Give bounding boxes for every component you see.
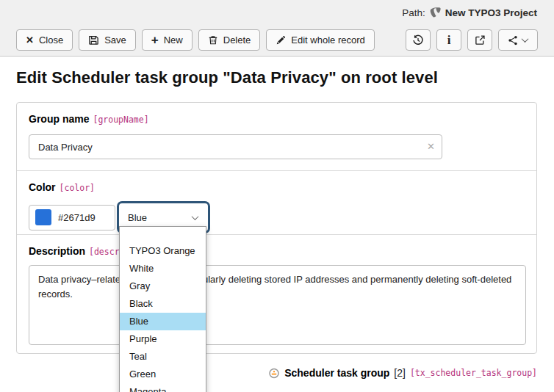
record-info-line: Scheduler task group [2] [tx_scheduler_t… — [268, 367, 537, 379]
info-button[interactable]: i — [436, 29, 461, 51]
record-type-label: Scheduler task group — [284, 367, 389, 379]
group-name-label: Group name — [29, 113, 89, 125]
dropdown-option[interactable]: Blue — [120, 313, 206, 330]
delete-label: Delete — [223, 35, 251, 46]
description-label: Description — [29, 245, 85, 257]
color-field-hint: [color] — [60, 183, 95, 193]
typo3-logo-icon — [429, 7, 442, 19]
color-label-row: Color[color] — [29, 181, 525, 194]
path-label: Path: — [402, 7, 425, 18]
project-name: New TYPO3 Project — [445, 7, 537, 18]
close-label: Close — [39, 35, 63, 46]
plus-icon: + — [151, 34, 159, 46]
save-button[interactable]: Save — [79, 29, 136, 51]
record-form: Group name[groupName] ✕ Color[color] #26… — [16, 102, 537, 354]
history-button[interactable] — [406, 29, 431, 51]
open-in-new-window-button[interactable] — [467, 29, 492, 51]
dropdown-option[interactable]: Teal — [120, 348, 206, 366]
color-input-row: #2671d9 Blue — [29, 201, 525, 233]
dropdown-option[interactable]: White — [120, 260, 206, 277]
info-icon: i — [447, 34, 451, 46]
group-name-section: Group name[groupName] ✕ — [17, 103, 536, 170]
new-button[interactable]: + New — [142, 29, 193, 51]
dropdown-option[interactable] — [120, 227, 206, 242]
edit-whole-record-label: Edit whole record — [291, 35, 364, 46]
color-swatch[interactable] — [35, 209, 51, 225]
group-name-label-row: Group name[groupName] — [29, 112, 525, 126]
group-name-input[interactable] — [29, 134, 442, 159]
color-dropdown: TYPO3 OrangeWhiteGrayBlackBluePurpleTeal… — [119, 226, 206, 392]
color-hex-value: #2671d9 — [58, 212, 96, 223]
chevron-down-icon — [522, 35, 529, 43]
trash-icon — [208, 35, 218, 46]
group-name-field-hint: [groupName] — [93, 115, 148, 125]
share-icon — [508, 35, 518, 46]
history-icon — [412, 35, 424, 46]
clear-input-icon[interactable]: ✕ — [427, 141, 435, 152]
selected-color-value: Blue — [128, 212, 147, 223]
doc-header: Path: New TYPO3 Project ✕ Close Save + — [0, 0, 554, 57]
description-section: Description[description] Data privacy–re… — [17, 234, 536, 353]
dropdown-option[interactable]: Purple — [120, 330, 206, 348]
color-hex-input[interactable]: #2671d9 — [29, 205, 115, 231]
scheduler-task-group-icon — [268, 367, 280, 379]
description-textarea[interactable]: Data privacy–related tasks such as regul… — [29, 265, 526, 345]
record-table-name: [tx_scheduler_task_group] — [410, 368, 537, 378]
save-icon — [88, 35, 99, 46]
open-in-new-window-icon — [475, 35, 486, 46]
dropdown-option[interactable]: Green — [120, 366, 206, 383]
chevron-down-icon — [192, 213, 199, 220]
dropdown-option[interactable]: Magenta — [120, 383, 206, 392]
save-label: Save — [104, 35, 126, 46]
color-label: Color — [29, 181, 56, 193]
edit-whole-record-button[interactable]: Edit whole record — [266, 29, 374, 51]
breadcrumb: Path: New TYPO3 Project — [402, 7, 537, 19]
close-button[interactable]: ✕ Close — [16, 29, 73, 51]
pencil-icon — [276, 35, 286, 46]
share-button[interactable] — [498, 29, 538, 51]
color-section: Color[color] #2671d9 Blue — [17, 170, 536, 234]
page-title: Edit Scheduler task group "Data Privacy"… — [16, 68, 438, 87]
dropdown-option[interactable]: Black — [120, 295, 206, 313]
close-icon: ✕ — [26, 35, 34, 45]
description-label-row: Description[description] — [29, 244, 525, 258]
dropdown-option[interactable]: TYPO3 Orange — [120, 242, 206, 260]
new-label: New — [164, 35, 183, 46]
toolbar: ✕ Close Save + New Delete — [16, 29, 538, 51]
delete-button[interactable]: Delete — [198, 29, 261, 51]
dropdown-option[interactable]: Gray — [120, 277, 206, 295]
group-name-input-wrap: ✕ — [29, 134, 442, 159]
record-uid: [2] — [394, 367, 406, 379]
